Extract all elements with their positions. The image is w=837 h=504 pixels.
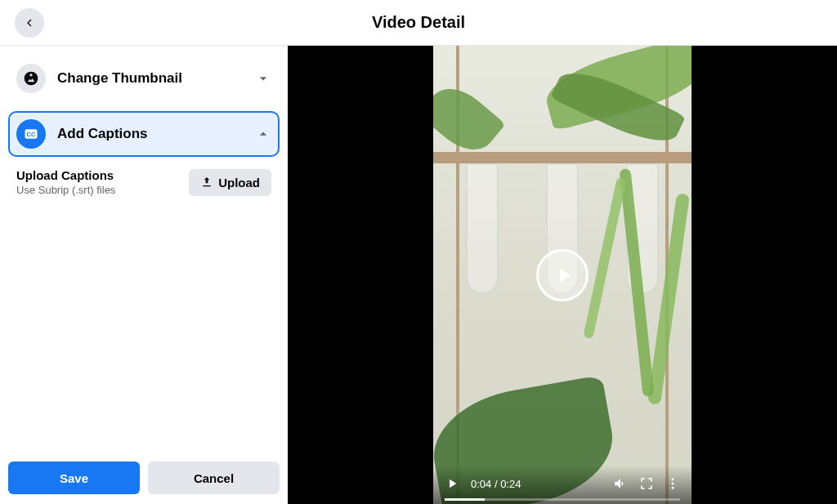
page-title: Video Detail — [372, 13, 465, 32]
spacer — [8, 196, 280, 462]
chevron-up-icon — [255, 126, 271, 142]
decorative — [433, 77, 506, 162]
more-button[interactable] — [665, 476, 680, 491]
chevron-down-icon — [255, 70, 271, 87]
cancel-button-label: Cancel — [194, 471, 234, 485]
fullscreen-button[interactable] — [639, 476, 654, 491]
upload-captions-row: Upload Captions Use Subrip (.srt) files … — [8, 157, 280, 196]
accordion-label: Add Captions — [57, 126, 255, 142]
content: Change Thumbnail CC Add Captions Upload … — [0, 46, 837, 504]
video-controls: 0:04 / 0:24 — [433, 466, 692, 504]
accordion-add-captions[interactable]: CC Add Captions — [8, 111, 280, 157]
svg-point-2 — [672, 478, 674, 480]
cancel-button[interactable]: Cancel — [148, 462, 280, 494]
decorative — [583, 177, 626, 339]
accordion-label: Change Thumbnail — [57, 70, 255, 87]
upload-captions-subtitle: Use Subrip (.srt) files — [16, 184, 189, 196]
volume-button[interactable] — [613, 476, 628, 491]
play-icon — [553, 264, 575, 287]
back-button[interactable] — [15, 8, 44, 38]
play-overlay-button[interactable] — [536, 249, 589, 301]
image-icon — [16, 64, 46, 93]
accordion-change-thumbnail[interactable]: Change Thumbnail — [8, 56, 280, 101]
arrow-left-icon — [22, 16, 37, 30]
decorative — [466, 163, 499, 294]
svg-point-4 — [672, 487, 674, 489]
svg-point-3 — [672, 483, 674, 485]
save-button-label: Save — [60, 471, 88, 485]
video-time: 0:04 / 0:24 — [471, 478, 521, 490]
upload-icon — [200, 176, 213, 189]
video-progress-track[interactable] — [445, 498, 680, 501]
header: Video Detail — [0, 0, 837, 46]
svg-text:CC: CC — [27, 131, 36, 138]
cc-icon: CC — [16, 119, 46, 149]
sidebar: Change Thumbnail CC Add Captions Upload … — [0, 46, 288, 504]
play-button[interactable] — [445, 476, 459, 491]
save-button[interactable]: Save — [8, 462, 140, 494]
upload-captions-title: Upload Captions — [16, 168, 189, 182]
upload-button[interactable]: Upload — [189, 169, 271, 196]
upload-button-label: Upload — [218, 176, 260, 190]
upload-captions-text: Upload Captions Use Subrip (.srt) files — [16, 168, 189, 196]
video-progress-fill — [445, 498, 485, 501]
video-frame[interactable]: 0:04 / 0:24 — [433, 46, 692, 504]
footer-buttons: Save Cancel — [8, 462, 280, 504]
video-preview: 0:04 / 0:24 — [288, 46, 837, 504]
decorative — [433, 152, 692, 163]
